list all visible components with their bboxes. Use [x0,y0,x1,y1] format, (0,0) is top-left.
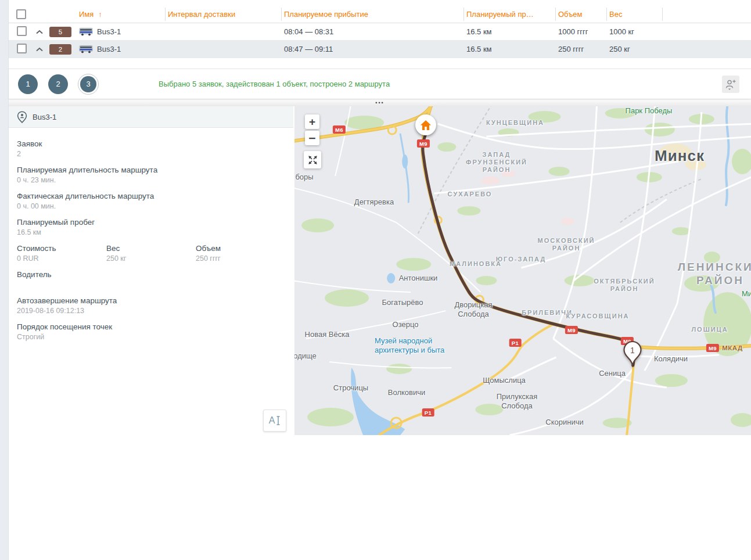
row-name: Bus3-1 [97,27,121,36]
road-name-label: МКАД [722,344,743,351]
map[interactable]: МинскПарк ПобедыКУНЦЕВЩИНАЗАПАД ФРУНЗЕНС… [294,106,751,435]
home-icon [420,120,432,131]
page-button-2[interactable]: 2 [48,74,68,94]
column-header-distance[interactable]: Планируемый пр… [463,6,555,23]
column-header-weight[interactable]: Вес [606,6,662,23]
status-bar: 123 Выбрано 5 заявок, задействован 1 объ… [9,69,751,99]
column-header-name[interactable]: Имя ↑ [76,6,165,23]
row-weight: 1000 кг [606,27,662,36]
route-detail-panel: Bus3-1 Заявок2Планируемая длительность м… [9,106,294,435]
road-badge: М6 [333,125,346,134]
panel-field: Водитель [17,270,285,289]
row-weight: 250 кг [606,45,662,53]
collapse-route-icon[interactable] [35,30,44,34]
bottom-section: Bus3-1 Заявок2Планируемая длительность м… [9,106,751,435]
column-header-interval[interactable]: Интервал доставки [165,6,281,23]
road-badge: Р1 [422,408,434,417]
panel-field: Вес250 кг [106,244,196,263]
panel-field: Стоимость0 RUR [17,244,106,263]
panel-field: Фактическая длительность маршрута0 ч. 00… [17,192,285,210]
page-button-3[interactable]: 3 [80,76,96,92]
road-badge: Р1 [509,339,522,347]
row-volume: 250 гггг [555,45,606,53]
text-settings-label: A [269,415,275,426]
add-person-pin-icon [724,78,737,91]
routes-table: Имя ↑ Интервал доставки Планируемое приб… [9,0,751,58]
route-polyline [423,133,635,365]
app-window: Имя ↑ Интервал доставки Планируемое приб… [0,0,751,560]
route-count-badge: 5 [49,27,71,37]
row-volume: 1000 гггг [555,27,606,36]
pagination: 123 [18,74,98,94]
panel-field: Заявок2 [17,139,285,158]
column-header-name-label: Имя [79,10,94,19]
splitter-handle[interactable]: ••• [9,99,751,106]
route-detail-title: Bus3-1 [33,113,56,121]
map-canvas [294,106,751,435]
text-cursor-icon [276,415,281,426]
left-edge-strip [0,0,8,560]
road-badge: М9 [706,344,719,352]
road-badge: М9 [565,326,578,334]
bus-icon [79,45,93,53]
row-name: Bus3-1 [97,45,121,53]
table-row[interactable]: ↕ 2 Bus3-1 08:4 [9,41,751,58]
row-arrival: 08:47 — 09:11 [281,45,463,53]
fullscreen-icon [308,155,318,165]
panel-field: Объем250 гггг [196,244,285,263]
table-header-row: Имя ↑ Интервал доставки Планируемое приб… [9,6,751,23]
text-settings-button[interactable]: A [263,410,286,432]
column-header-volume[interactable]: Объем [555,6,606,23]
bus-icon [79,27,93,36]
select-all-checkbox[interactable] [16,9,26,19]
road-badge: М9 [417,139,430,148]
stop-marker-1[interactable]: 1 [622,340,643,370]
row-checkbox[interactable] [17,26,27,36]
column-header-arrival[interactable]: Планируемое прибытие [281,6,463,23]
sort-ascending-icon[interactable]: ↑ [98,10,102,19]
panel-field: Планируемый пробег16.5 км [17,218,285,236]
add-object-button[interactable] [722,76,739,93]
panel-fields: Заявок2Планируемая длительность маршрута… [9,128,293,360]
panel-field: Планируемая длительность маршрута0 ч. 23… [17,166,285,184]
zoom-out-button[interactable]: − [305,131,319,145]
status-message: Выбрано 5 заявок, задействован 1 объект,… [159,80,390,88]
row-checkbox[interactable] [17,44,27,53]
depot-marker[interactable] [415,114,436,135]
table-row[interactable]: ↕ 5 Bus3-1 08:0 [9,23,751,41]
page-button-1[interactable]: 1 [18,74,38,94]
main-content: Имя ↑ Интервал доставки Планируемое приб… [8,0,751,560]
row-distance: 16.5 км [463,45,555,53]
row-arrival: 08:04 — 08:31 [281,27,463,36]
row-distance: 16.5 км [463,27,555,36]
collapse-route-icon[interactable] [35,47,44,52]
zoom-in-button[interactable]: + [305,114,319,129]
person-pin-icon [17,111,27,123]
route-detail-header: Bus3-1 [9,106,293,128]
panel-field: Порядок посещения точекСтрогий [17,322,285,341]
table-body: ↕ 5 Bus3-1 08:0 [9,23,751,58]
route-count-badge: 2 [49,44,71,55]
stop-marker-label: 1 [630,346,635,355]
panel-field: Автозавершение маршрута2019-08-16 09:12:… [17,296,285,315]
fullscreen-button[interactable] [304,151,321,168]
